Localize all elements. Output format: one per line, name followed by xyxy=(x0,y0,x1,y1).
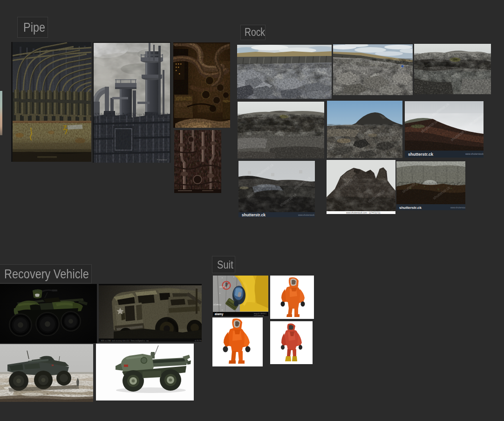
svg-text:shutterstr.ck: shutterstr.ck xyxy=(242,213,266,217)
svg-text:shutterstr.ck: shutterstr.ck xyxy=(408,152,434,157)
svg-text:www.shutterstock: www.shutterstock xyxy=(298,214,315,216)
svg-text:shutterstr.ck: shutterstr.ck xyxy=(399,206,422,210)
svg-text:alamy: alamy xyxy=(219,285,226,288)
svg-text:www.shutterstock.com: www.shutterstock.com xyxy=(465,152,484,155)
svg-text:www.shutterstock.com · 1274721: www.shutterstock.com · 1274721711 xyxy=(346,212,381,214)
svg-text:alamy: alamy xyxy=(213,303,222,306)
svg-text:www.shutterstock: www.shutterstock xyxy=(450,207,465,209)
svg-text:alamy: alamy xyxy=(215,312,224,316)
svg-text:PurelyGreat: PurelyGreat xyxy=(157,159,167,161)
svg-text:www.alamy.com: www.alamy.com xyxy=(254,315,264,317)
svg-text:v1 75 7%: v1 75 7% xyxy=(195,340,202,342)
svg-text:M26 via USA · tank recovery ru: M26 via USA · tank recovery rules v1.0 ·… xyxy=(101,340,149,342)
